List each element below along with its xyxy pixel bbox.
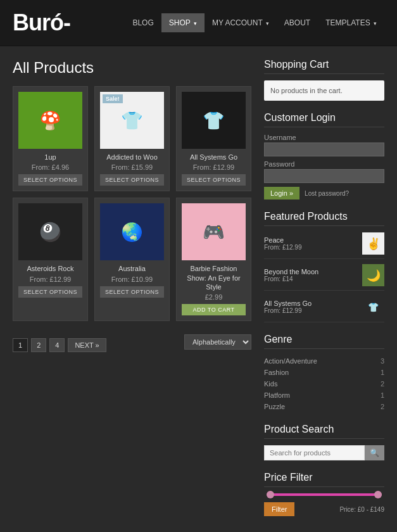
- lost-password-link[interactable]: Lost password?: [305, 190, 349, 197]
- username-input[interactable]: [264, 142, 384, 156]
- featured-thumb-peace: ✌: [362, 232, 384, 255]
- search-title: Product Search: [264, 424, 384, 439]
- product-search-button[interactable]: 🔍: [365, 445, 384, 460]
- featured-name-allsystems2[interactable]: All Systems Go: [264, 300, 362, 307]
- product-price-1up: From: £4.96: [18, 163, 82, 171]
- featured-price-moon: From: £14: [264, 276, 362, 282]
- product-price-barbie: £2.99: [182, 293, 246, 301]
- username-label: Username: [264, 134, 384, 141]
- add-to-cart-barbie[interactable]: ADD TO CART: [182, 304, 246, 315]
- featured-price-allsystems2: From: £12.99: [264, 307, 362, 314]
- featured-item-moon: Beyond the Moon From: £14 🌙: [264, 264, 384, 291]
- price-handle-min[interactable]: [267, 491, 274, 498]
- product-search-section: Product Search 🔍: [264, 424, 384, 460]
- cart-title: Shopping Cart: [264, 59, 384, 74]
- page-next[interactable]: NEXT »: [68, 338, 106, 352]
- shop-caret: ▾: [194, 20, 197, 27]
- nav-templates[interactable]: TEMPLATES ▾: [318, 13, 384, 32]
- product-card-1up: 🍄 1up From: £4.96 SELECT OPTIONS: [13, 86, 88, 191]
- account-caret: ▾: [266, 20, 269, 27]
- product-image-allsystems: 👕: [182, 92, 246, 149]
- password-input[interactable]: [264, 169, 384, 183]
- filter-button[interactable]: Filter: [264, 502, 294, 516]
- featured-thumb-moon: 🌙: [362, 264, 384, 286]
- sidebar: Shopping Cart No products in the cart. C…: [264, 59, 384, 528]
- product-price-allsystems: From: £12.99: [182, 163, 246, 171]
- price-fill: [267, 493, 382, 496]
- product-search-input[interactable]: [264, 445, 365, 460]
- price-slider: [264, 493, 384, 496]
- select-options-addicted[interactable]: SELECT OPTIONS: [100, 174, 164, 186]
- login-actions: Login » Lost password?: [264, 187, 384, 200]
- login-button[interactable]: Login »: [264, 187, 299, 200]
- login-title: Customer Login: [264, 112, 384, 127]
- genre-title: Genre: [264, 334, 384, 349]
- page-4[interactable]: 4: [49, 338, 65, 352]
- genre-puzzle[interactable]: Puzzle 2: [264, 401, 384, 412]
- price-track: [267, 493, 382, 496]
- price-range: Price: £0 - £149: [339, 506, 384, 513]
- price-handle-max[interactable]: [374, 491, 382, 498]
- product-name-asteroids: Asteroids Rock: [18, 264, 82, 273]
- featured-name-moon[interactable]: Beyond the Moon: [264, 268, 362, 276]
- product-image-addicted: Sale! 👕: [100, 92, 164, 149]
- product-image-asteroids: 🎱: [18, 203, 82, 260]
- page-2[interactable]: 2: [31, 338, 46, 352]
- main-content: All Products 🍄 1up From: £4.96 SELECT OP…: [0, 46, 397, 532]
- shopping-cart-section: Shopping Cart No products in the cart.: [264, 59, 384, 101]
- price-filter-section: Price Filter Filter Price: £0 - £149: [264, 472, 384, 516]
- header: Buró- BLOG SHOP ▾ MY ACCOUNT ▾ ABOUT TEM…: [0, 0, 397, 46]
- pagination-row: 1 2 4 NEXT » Alphabetically: [13, 329, 251, 355]
- price-info: Filter Price: £0 - £149: [264, 502, 384, 516]
- product-price-addicted: From: £15.99: [100, 163, 164, 171]
- product-name-allsystems: All Systems Go: [182, 153, 246, 162]
- product-card-addicted: Sale! 👕 Addicted to Woo From: £15.99 SEL…: [94, 86, 170, 191]
- nav-my-account[interactable]: MY ACCOUNT ▾: [205, 13, 277, 32]
- sale-badge: Sale!: [103, 94, 123, 103]
- select-options-1up[interactable]: SELECT OPTIONS: [18, 174, 82, 186]
- cart-empty-msg: No products in the cart.: [264, 80, 384, 101]
- select-options-allsystems[interactable]: SELECT OPTIONS: [182, 174, 246, 186]
- nav-blog[interactable]: BLOG: [125, 13, 161, 32]
- select-options-asteroids[interactable]: SELECT OPTIONS: [18, 286, 82, 298]
- featured-products-section: Featured Products Peace From: £12.99 ✌ B…: [264, 211, 384, 322]
- genre-section: Genre Action/Adventure 3 Fashion 1 Kids …: [264, 334, 384, 412]
- product-image-barbie: 🎮: [182, 203, 246, 260]
- page-title: All Products: [13, 59, 251, 77]
- featured-item-peace: Peace From: £12.99 ✌: [264, 232, 384, 259]
- select-options-australia[interactable]: SELECT OPTIONS: [100, 286, 164, 298]
- product-card-allsystems: 👕 All Systems Go From: £12.99 SELECT OPT…: [176, 86, 251, 191]
- genre-fashion[interactable]: Fashion 1: [264, 367, 384, 378]
- product-image-1up: 🍄: [18, 92, 82, 149]
- product-card-asteroids: 🎱 Asteroids Rock From: £12.99 SELECT OPT…: [13, 198, 88, 321]
- products-section: All Products 🍄 1up From: £4.96 SELECT OP…: [13, 59, 251, 528]
- product-price-asteroids: From: £12.99: [18, 276, 82, 283]
- password-label: Password: [264, 160, 384, 168]
- product-name-addicted: Addicted to Woo: [100, 153, 164, 162]
- product-image-australia: 🌏: [100, 203, 164, 260]
- genre-action[interactable]: Action/Adventure 3: [264, 355, 384, 367]
- price-filter-title: Price Filter: [264, 472, 384, 487]
- featured-name-peace[interactable]: Peace: [264, 236, 362, 244]
- featured-thumb-allsystems: 👕: [362, 296, 384, 318]
- pagination: 1 2 4 NEXT »: [13, 338, 106, 352]
- product-price-australia: From: £10.99: [100, 276, 164, 283]
- products-grid: 🍄 1up From: £4.96 SELECT OPTIONS Sale! 👕…: [13, 86, 251, 321]
- product-card-barbie: 🎮 Barbie Fashion Show: An Eye for Style …: [176, 198, 251, 321]
- product-name-australia: Australia: [100, 264, 164, 273]
- nav-shop[interactable]: SHOP ▾: [161, 13, 205, 32]
- featured-title: Featured Products: [264, 211, 384, 226]
- featured-item-allsystems: All Systems Go From: £12.99 👕: [264, 296, 384, 322]
- genre-kids[interactable]: Kids 2: [264, 378, 384, 390]
- page-1[interactable]: 1: [13, 338, 28, 352]
- logo: Buró-: [13, 10, 70, 36]
- search-box: 🔍: [264, 445, 384, 460]
- product-card-australia: 🌏 Australia From: £10.99 SELECT OPTIONS: [94, 198, 170, 321]
- genre-platform[interactable]: Platform 1: [264, 390, 384, 401]
- sort-dropdown[interactable]: Alphabetically: [184, 334, 251, 350]
- product-name-barbie: Barbie Fashion Show: An Eye for Style: [182, 264, 246, 291]
- nav-about[interactable]: ABOUT: [277, 13, 318, 32]
- templates-caret: ▾: [374, 20, 377, 27]
- username-field: Username: [264, 134, 384, 156]
- main-nav: BLOG SHOP ▾ MY ACCOUNT ▾ ABOUT TEMPLATES…: [125, 13, 384, 32]
